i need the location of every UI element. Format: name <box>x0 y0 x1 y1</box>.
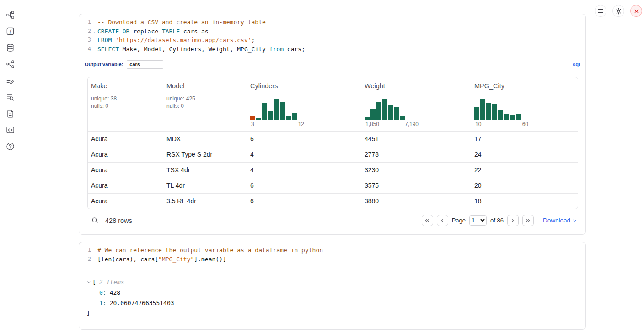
prev-page-button[interactable] <box>437 215 448 226</box>
histogram-bar <box>370 109 376 120</box>
table-output: Makeunique: 38nulls: 0Modelunique: 425nu… <box>79 70 585 234</box>
table-cell: 17 <box>471 132 578 147</box>
column-histogram[interactable]: 1,8507,190 <box>365 98 419 127</box>
code-text: FROM 'https://datasets.marimo.app/cars.c… <box>97 36 255 45</box>
output-variable-input[interactable] <box>127 60 163 69</box>
code-text: CREATE OR replace TABLE cars as <box>97 27 209 36</box>
code-line[interactable]: 1# We can reference the output variable … <box>79 246 585 255</box>
table-row[interactable]: AcuraRSX Type S 2dr4277824 <box>88 147 578 162</box>
line-number: 4 <box>79 45 91 54</box>
column-histogram[interactable]: 1060 <box>474 98 529 127</box>
histogram-bar <box>394 107 399 120</box>
functions-icon[interactable]: f <box>4 25 16 37</box>
histogram-bar <box>492 104 497 120</box>
table-cell: 2778 <box>361 147 471 162</box>
table-cell: RSX Type S 2dr <box>163 147 247 162</box>
scratchpad-icon[interactable] <box>4 74 16 87</box>
download-button[interactable]: Download <box>543 217 577 224</box>
left-sidebar: f <box>0 0 20 153</box>
snippets-icon[interactable] <box>4 123 16 136</box>
fold-indicator-icon[interactable] <box>91 36 97 45</box>
column-header[interactable]: Makeunique: 38nulls: 0 <box>88 77 163 131</box>
histogram-bar <box>280 102 285 120</box>
column-name: Cylinders <box>250 82 358 90</box>
table-cell: 24 <box>471 147 578 162</box>
language-badge[interactable]: sql <box>573 62 580 67</box>
table-cell: 22 <box>471 163 578 178</box>
table-header: Makeunique: 38nulls: 0Modelunique: 425nu… <box>88 77 578 131</box>
dependency-graph-icon[interactable] <box>4 58 16 70</box>
table-cell: TSX 4dr <box>163 163 247 178</box>
tree-entries: 0:4281:20.060747663551403 <box>86 287 578 308</box>
histogram-bars <box>365 98 419 120</box>
table-cell: 20 <box>471 178 578 193</box>
table-cell: Acura <box>88 147 163 162</box>
table-row[interactable]: AcuraTL 4dr6357520 <box>88 178 578 193</box>
histogram-bar <box>365 117 370 120</box>
tree-collapse-icon[interactable] <box>86 280 92 285</box>
column-header[interactable]: Cylinders312 <box>247 77 361 131</box>
tree-close-bracket: ] <box>86 308 578 318</box>
table-row[interactable]: Acura3.5 RL 4dr6388018 <box>88 193 578 209</box>
line-number: 1 <box>79 246 91 255</box>
column-stats: unique: 38nulls: 0 <box>91 95 160 110</box>
first-page-button[interactable] <box>422 215 433 226</box>
fold-indicator-icon[interactable] <box>91 255 97 264</box>
column-histogram[interactable]: 312 <box>250 98 305 127</box>
svg-text:f: f <box>10 29 12 34</box>
code-text: -- Download a CSV and create an in-memor… <box>97 18 266 27</box>
table-cell: 3880 <box>361 194 471 209</box>
tree-entry: 1:20.060747663551403 <box>86 298 578 308</box>
fold-indicator-icon[interactable] <box>91 45 97 54</box>
histogram-bar <box>400 116 405 120</box>
column-name: MPG_City <box>474 82 574 90</box>
table-cell: 4451 <box>361 132 471 147</box>
output-variable-label: Output variable: <box>85 62 123 67</box>
table-row[interactable]: AcuraTSX 4dr4323022 <box>88 162 578 178</box>
table-cell: Acura <box>88 194 163 209</box>
histogram-bars <box>474 98 529 120</box>
table-cell: 4 <box>247 147 361 162</box>
menu-button[interactable] <box>595 5 606 17</box>
fold-indicator-icon[interactable] <box>91 18 97 27</box>
column-header[interactable]: MPG_City1060 <box>471 77 578 131</box>
documentation-icon[interactable] <box>4 107 16 120</box>
tree-items-count: 2 Items <box>99 277 124 287</box>
tree-root-row: [ 2 Items <box>86 277 578 287</box>
help-icon[interactable] <box>4 140 16 153</box>
python-code-editor[interactable]: 1# We can reference the output variable … <box>79 242 585 268</box>
next-page-button[interactable] <box>507 215 519 226</box>
python-cell: 1# We can reference the output variable … <box>79 242 586 329</box>
code-line[interactable]: 3FROM 'https://datasets.marimo.app/cars.… <box>79 36 585 45</box>
fold-indicator-icon[interactable]: ⌄ <box>91 27 97 36</box>
page-total-label: of 86 <box>490 217 504 224</box>
table-cell: 18 <box>471 194 578 209</box>
last-page-button[interactable] <box>522 215 534 226</box>
tree-entry-key: 0: <box>99 289 107 296</box>
settings-button[interactable] <box>612 5 624 17</box>
histogram-range-labels: 1060 <box>474 121 529 127</box>
logs-search-icon[interactable] <box>4 90 16 103</box>
column-header[interactable]: Modelunique: 425nulls: 0 <box>163 77 247 131</box>
fold-indicator-icon[interactable] <box>91 246 97 255</box>
data-table: Makeunique: 38nulls: 0Modelunique: 425nu… <box>87 77 578 209</box>
line-number: 2 <box>79 255 91 264</box>
tree-entry-key: 1: <box>99 300 107 307</box>
page-select[interactable]: 1 <box>469 215 487 226</box>
file-tree-icon[interactable] <box>4 8 16 21</box>
column-header[interactable]: Weight1,8507,190 <box>361 77 471 131</box>
histogram-bar <box>262 103 267 120</box>
search-icon[interactable] <box>91 217 99 224</box>
line-number: 2 <box>79 27 91 36</box>
shutdown-button[interactable] <box>630 5 642 17</box>
window-controls <box>595 5 642 17</box>
code-line[interactable]: 4SELECT Make, Model, Cylinders, Weight, … <box>79 45 585 54</box>
code-line[interactable]: 1-- Download a CSV and create an in-memo… <box>79 18 585 27</box>
code-line[interactable]: 2⌄CREATE OR replace TABLE cars as <box>79 27 585 36</box>
sql-code-editor[interactable]: 1-- Download a CSV and create an in-memo… <box>79 14 585 58</box>
datasources-icon[interactable] <box>4 41 16 54</box>
histogram-bar <box>510 115 515 120</box>
table-row[interactable]: AcuraMDX6445117 <box>88 131 578 147</box>
code-line[interactable]: 2[len(cars), cars["MPG_City"].mean()] <box>79 255 585 264</box>
histogram-bar <box>516 114 521 120</box>
